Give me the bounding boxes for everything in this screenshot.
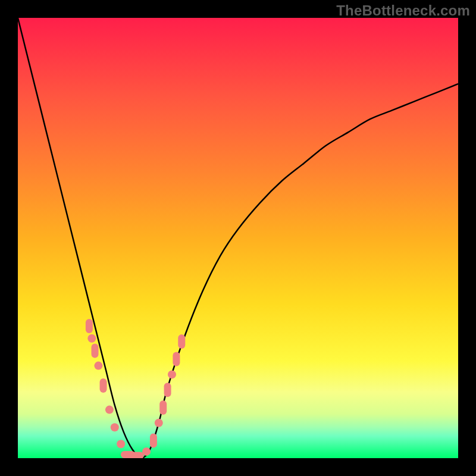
data-marker [159,400,167,415]
plot-area [18,18,458,458]
bottleneck-curve [18,18,458,458]
curve-layer [18,18,458,458]
data-marker [100,378,107,393]
chart-container: TheBottleneck.com [0,0,476,476]
data-marker [155,419,163,427]
data-marker [117,440,125,448]
data-marker [111,423,119,431]
data-marker [130,452,144,458]
data-marker [164,383,171,397]
data-marker [121,451,135,458]
data-marker [87,334,96,343]
data-marker [173,352,180,367]
data-marker [168,370,176,378]
data-marker [150,433,157,447]
data-marker [92,343,99,358]
marker-group [86,319,185,458]
data-marker [178,334,185,349]
data-marker [94,362,102,370]
data-marker [142,447,151,456]
data-marker [105,406,114,414]
data-marker [86,319,93,333]
watermark-text: TheBottleneck.com [336,2,470,19]
